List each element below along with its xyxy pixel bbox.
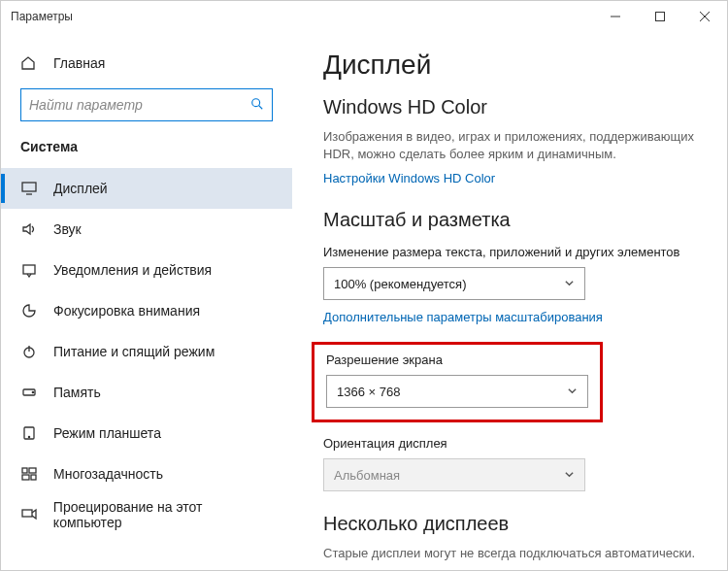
display-icon: [20, 181, 38, 196]
projecting-icon: [20, 507, 38, 522]
home-label: Главная: [53, 55, 105, 71]
svg-point-14: [28, 436, 29, 437]
sidebar-item-label: Питание и спящий режим: [53, 344, 215, 359]
svg-rect-15: [22, 468, 27, 473]
window-title: Параметры: [11, 10, 73, 23]
scale-link[interactable]: Дополнительные параметры масштабирования: [323, 310, 603, 324]
tablet-icon: [20, 425, 38, 441]
sidebar-item-projecting[interactable]: Проецирование на этот компьютер: [1, 494, 292, 535]
scale-label: Изменение размера текста, приложений и д…: [323, 245, 700, 259]
sidebar: Главная Система Дисплей Звук Уведомления…: [1, 32, 292, 570]
close-button[interactable]: [682, 1, 727, 32]
sidebar-item-label: Проецирование на этот компьютер: [53, 499, 273, 530]
focus-icon: [20, 303, 38, 319]
hdcolor-heading: Windows HD Color: [323, 96, 700, 118]
svg-rect-18: [31, 475, 36, 480]
sidebar-item-storage[interactable]: Память: [1, 372, 292, 413]
category-label: Система: [1, 139, 292, 168]
search-box[interactable]: [20, 88, 273, 121]
search-icon: [250, 97, 264, 114]
search-input[interactable]: [29, 97, 250, 113]
sidebar-item-sound[interactable]: Звук: [1, 209, 292, 250]
hdcolor-link[interactable]: Настройки Windows HD Color: [323, 171, 495, 185]
svg-rect-16: [29, 468, 36, 473]
svg-point-12: [32, 391, 33, 392]
resolution-label: Разрешение экрана: [326, 353, 588, 367]
sidebar-item-label: Фокусировка внимания: [53, 303, 200, 319]
sidebar-item-power[interactable]: Питание и спящий режим: [1, 331, 292, 372]
svg-rect-1: [656, 13, 665, 21]
sidebar-item-label: Многозадачность: [53, 466, 163, 482]
svg-line-5: [259, 105, 263, 109]
svg-rect-17: [22, 475, 29, 480]
scale-dropdown[interactable]: 100% (рекомендуется): [323, 267, 585, 300]
sidebar-item-focus[interactable]: Фокусировка внимания: [1, 290, 292, 331]
chevron-down-icon: [564, 468, 575, 483]
sidebar-item-multitask[interactable]: Многозадачность: [1, 453, 292, 494]
maximize-button[interactable]: [638, 1, 682, 32]
sidebar-item-notifications[interactable]: Уведомления и действия: [1, 250, 292, 290]
sidebar-item-label: Память: [53, 385, 101, 400]
hdcolor-description: Изображения в видео, играх и приложениях…: [323, 128, 700, 163]
scale-value: 100% (рекомендуется): [334, 277, 466, 291]
sidebar-item-label: Дисплей: [53, 181, 108, 196]
home-icon: [20, 55, 38, 71]
sidebar-item-label: Уведомления и действия: [53, 262, 212, 278]
home-link[interactable]: Главная: [1, 46, 292, 81]
sidebar-item-display[interactable]: Дисплей: [1, 168, 292, 209]
svg-rect-8: [23, 265, 35, 274]
orientation-value: Альбомная: [334, 468, 400, 483]
orientation-dropdown: Альбомная: [323, 458, 585, 491]
storage-icon: [20, 385, 38, 400]
main-content: Дисплей Windows HD Color Изображения в в…: [292, 32, 727, 570]
minimize-button[interactable]: [593, 1, 638, 32]
multitask-icon: [20, 466, 38, 482]
multi-description: Старые дисплеи могут не всегда подключат…: [323, 545, 700, 562]
page-title: Дисплей: [323, 50, 700, 81]
sidebar-item-label: Звук: [53, 221, 82, 237]
svg-rect-19: [22, 510, 32, 517]
sidebar-item-label: Режим планшета: [53, 425, 161, 441]
resolution-highlight: Разрешение экрана 1366 × 768: [312, 342, 603, 422]
sound-icon: [20, 221, 38, 237]
resolution-value: 1366 × 768: [337, 385, 400, 399]
chevron-down-icon: [567, 385, 578, 399]
svg-rect-6: [22, 183, 36, 191]
notifications-icon: [20, 262, 38, 278]
multi-heading: Несколько дисплеев: [323, 513, 700, 535]
scale-heading: Масштаб и разметка: [323, 209, 700, 231]
chevron-down-icon: [564, 277, 575, 291]
svg-point-4: [252, 98, 260, 106]
resolution-dropdown[interactable]: 1366 × 768: [326, 375, 588, 408]
sidebar-item-tablet[interactable]: Режим планшета: [1, 413, 292, 453]
orientation-label: Ориентация дисплея: [323, 436, 700, 451]
power-icon: [20, 344, 38, 359]
titlebar: Параметры: [1, 1, 727, 32]
